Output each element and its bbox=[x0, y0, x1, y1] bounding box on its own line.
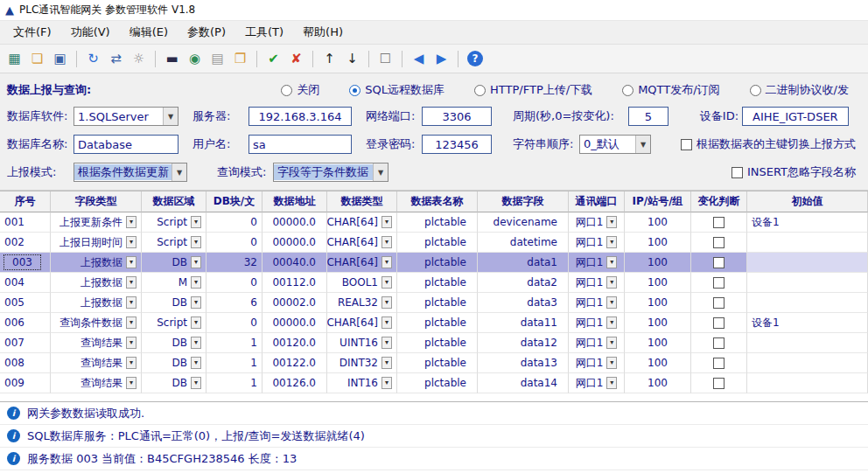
cell-check[interactable] bbox=[691, 233, 747, 253]
cell-table_name[interactable]: plctable bbox=[397, 313, 478, 333]
chevron-down-icon[interactable]: ▼ bbox=[172, 163, 186, 181]
cell-region[interactable]: DB▾ bbox=[142, 253, 206, 273]
cell-address[interactable]: 00000.0 bbox=[262, 233, 327, 253]
data_type-dropdown-icon[interactable]: ▾ bbox=[382, 216, 392, 228]
cell-initial[interactable] bbox=[747, 293, 868, 313]
cell-region[interactable]: DB▾ bbox=[142, 333, 206, 353]
save-icon[interactable]: ▣ bbox=[50, 49, 70, 69]
monitor-icon[interactable]: ▬ bbox=[162, 49, 182, 69]
cell-field_type[interactable]: 上报日期时间▾ bbox=[51, 233, 142, 253]
region-dropdown-icon[interactable]: ▾ bbox=[191, 256, 201, 268]
column-header[interactable]: 字段类型 bbox=[51, 191, 142, 212]
radio-option[interactable]: MQTT发布/订阅 bbox=[622, 82, 719, 98]
menu-item[interactable]: 工具(T) bbox=[235, 21, 293, 44]
cell-table_name[interactable]: plctable bbox=[397, 273, 478, 293]
cell-seq[interactable]: 003 bbox=[0, 253, 51, 273]
cell-ip[interactable]: 100 bbox=[625, 233, 691, 253]
column-header[interactable]: 初始值 bbox=[747, 191, 868, 212]
cell-field_type[interactable]: 上报数据▾ bbox=[51, 293, 142, 313]
field_type-dropdown-icon[interactable]: ▾ bbox=[126, 296, 136, 309]
apply-check-icon[interactable]: ✔ bbox=[263, 49, 284, 69]
chevron-down-icon[interactable]: ▼ bbox=[635, 136, 650, 153]
change-check-checkbox[interactable] bbox=[713, 237, 724, 248]
field_type-dropdown-icon[interactable]: ▾ bbox=[126, 337, 136, 349]
cell-address[interactable]: 00000.0 bbox=[262, 212, 327, 233]
cell-field[interactable]: data12 bbox=[478, 333, 569, 353]
cancel-icon[interactable]: ✘ bbox=[286, 49, 306, 69]
field_type-dropdown-icon[interactable]: ▾ bbox=[126, 276, 136, 289]
help-icon[interactable]: ? bbox=[467, 51, 483, 66]
cell-seq[interactable]: 008 bbox=[0, 353, 51, 373]
menu-item[interactable]: 文件(F) bbox=[4, 21, 61, 44]
cell-ip[interactable]: 100 bbox=[625, 353, 691, 373]
port-dropdown-icon[interactable]: ▾ bbox=[606, 377, 617, 389]
region-dropdown-icon[interactable]: ▾ bbox=[191, 216, 201, 228]
report-mode-select[interactable]: 根据条件数据更新 ▼ bbox=[74, 163, 187, 182]
cell-check[interactable] bbox=[691, 353, 747, 373]
cell-seq[interactable]: 005 bbox=[0, 293, 51, 313]
cell-ip[interactable]: 100 bbox=[625, 333, 691, 353]
cell-seq[interactable]: 004 bbox=[0, 273, 51, 293]
cell-initial[interactable] bbox=[747, 353, 868, 373]
db-software-select[interactable]: 1.SQLServer ▼ bbox=[74, 107, 178, 126]
plc-connect-icon[interactable]: ▦ bbox=[4, 49, 24, 69]
cell-seq[interactable]: 006 bbox=[0, 313, 51, 333]
cell-table_name[interactable]: plctable bbox=[397, 212, 478, 233]
string-order-select[interactable]: 0_默认 ▼ bbox=[579, 135, 651, 154]
data_type-dropdown-icon[interactable]: ▾ bbox=[382, 357, 392, 369]
data_type-dropdown-icon[interactable]: ▾ bbox=[382, 377, 392, 389]
cell-region[interactable]: DB▾ bbox=[142, 373, 206, 393]
cell-region[interactable]: M▾ bbox=[142, 273, 206, 293]
cell-data_type[interactable]: INT16▾ bbox=[327, 373, 397, 393]
data_type-dropdown-icon[interactable]: ▾ bbox=[382, 276, 392, 289]
cell-db_block[interactable]: 1 bbox=[206, 333, 262, 353]
cell-field[interactable]: devicename bbox=[478, 212, 569, 233]
chevron-down-icon[interactable]: ▼ bbox=[373, 163, 388, 181]
cell-port[interactable]: 网口1▾ bbox=[569, 273, 625, 293]
cell-address[interactable]: 00000.0 bbox=[262, 313, 327, 333]
column-header[interactable]: IP/站号/组 bbox=[625, 191, 691, 212]
change-check-checkbox[interactable] bbox=[713, 358, 724, 369]
port-dropdown-icon[interactable]: ▾ bbox=[606, 276, 617, 289]
cell-field_type[interactable]: 查询结果▾ bbox=[51, 353, 142, 373]
cell-port[interactable]: 网口1▾ bbox=[569, 212, 625, 233]
cell-table_name[interactable]: plctable bbox=[397, 373, 478, 393]
table-row[interactable]: 007查询结果▾DB▾100120.0UINT16▾plctabledata12… bbox=[0, 333, 868, 353]
region-dropdown-icon[interactable]: ▾ bbox=[191, 357, 201, 369]
cell-seq[interactable]: 009 bbox=[0, 373, 51, 393]
cell-db_block[interactable]: 32 bbox=[206, 253, 262, 273]
db-name-input[interactable] bbox=[74, 135, 178, 154]
port-dropdown-icon[interactable]: ▾ bbox=[606, 216, 617, 228]
cell-data_type[interactable]: CHAR[64]▾ bbox=[327, 212, 397, 233]
cell-field[interactable]: data11 bbox=[478, 313, 569, 333]
cell-initial[interactable] bbox=[747, 333, 868, 353]
cell-port[interactable]: 网口1▾ bbox=[569, 333, 625, 353]
cell-initial[interactable] bbox=[747, 233, 868, 253]
cell-field_type[interactable]: 查询结果▾ bbox=[51, 373, 142, 393]
cell-field_type[interactable]: 上报数据▾ bbox=[51, 253, 142, 273]
cell-table_name[interactable]: plctable bbox=[397, 253, 478, 273]
cell-data_type[interactable]: CHAR[64]▾ bbox=[327, 233, 397, 253]
cell-field_type[interactable]: 查询结果▾ bbox=[51, 333, 142, 353]
change-check-checkbox[interactable] bbox=[713, 297, 724, 309]
cell-db_block[interactable]: 0 bbox=[206, 233, 262, 253]
column-header[interactable]: 通讯端口 bbox=[569, 191, 625, 212]
cell-check[interactable] bbox=[691, 273, 747, 293]
region-dropdown-icon[interactable]: ▾ bbox=[191, 296, 201, 309]
cell-db_block[interactable]: 0 bbox=[206, 273, 262, 293]
cell-initial[interactable]: 设备1 bbox=[747, 313, 868, 333]
column-header[interactable]: 数据字段 bbox=[478, 191, 569, 212]
cell-address[interactable]: 00040.0 bbox=[262, 253, 327, 273]
field_type-dropdown-icon[interactable]: ▾ bbox=[126, 236, 136, 248]
username-input[interactable] bbox=[248, 135, 352, 154]
server-input[interactable] bbox=[248, 107, 352, 126]
change-check-checkbox[interactable] bbox=[713, 277, 724, 289]
lamp-icon[interactable]: ☼ bbox=[129, 49, 149, 69]
cell-table_name[interactable]: plctable bbox=[397, 353, 478, 373]
region-dropdown-icon[interactable]: ▾ bbox=[191, 337, 201, 349]
cell-initial[interactable]: 设备1 bbox=[747, 212, 868, 233]
cell-check[interactable] bbox=[691, 333, 747, 353]
port-dropdown-icon[interactable]: ▾ bbox=[606, 236, 617, 248]
region-dropdown-icon[interactable]: ▾ bbox=[191, 236, 201, 248]
column-header[interactable]: 数据地址 bbox=[262, 191, 327, 212]
